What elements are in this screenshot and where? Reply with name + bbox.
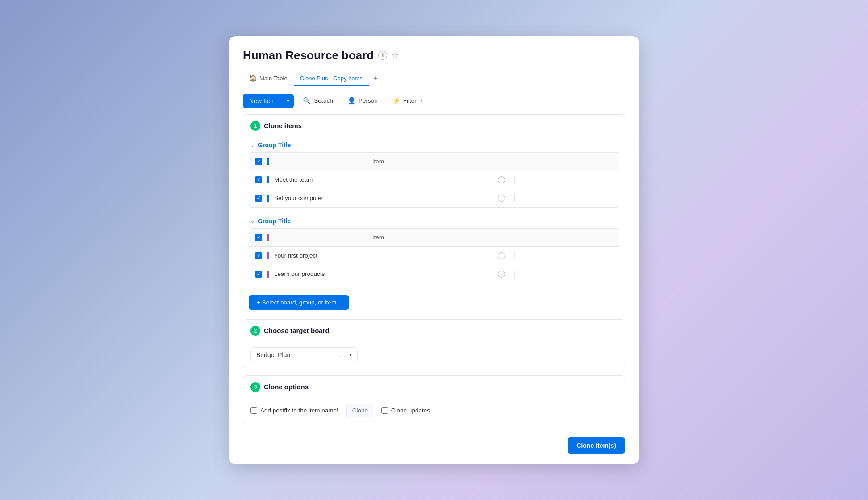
group1-table: Item Meet the team <box>249 152 619 208</box>
step3-badge: 3 <box>250 382 260 392</box>
target-board-dropdown-dots: . . <box>339 351 346 358</box>
group1-header-check <box>249 158 269 165</box>
table-row: Meet the team <box>249 171 619 189</box>
target-board-row: Budget Plan . . ▾ <box>243 342 625 368</box>
group2-row1-checkbox[interactable] <box>255 252 262 259</box>
clone-updates-checkbox[interactable] <box>381 407 388 414</box>
group2-check-all[interactable] <box>255 234 262 241</box>
tab-main-table[interactable]: 🏠 Main Table <box>243 71 294 86</box>
search-icon: 🔍 <box>303 97 311 105</box>
chevron-down-icon: ▾ <box>349 352 352 358</box>
table-row: Learn our products <box>249 265 619 283</box>
group2-table: Item Your first project <box>249 228 619 283</box>
clone-options-row: Add postfix to the item name! Clone upda… <box>243 398 625 423</box>
group2-title: Group Title <box>258 217 291 225</box>
target-board-section: 2 Choose target board Budget Plan . . ▾ <box>243 319 625 368</box>
target-board-dropdown-label: Budget Plan <box>256 351 336 358</box>
person-label: Person <box>359 97 378 104</box>
group2-container: ⌄ Group Title Item <box>243 213 625 289</box>
search-label: Search <box>314 97 333 104</box>
clone-input-group <box>346 404 373 417</box>
group1-row2-item: Set your computer <box>269 189 488 207</box>
group2-row1-item: Your first project <box>269 247 488 265</box>
step2-badge: 2 <box>250 326 260 336</box>
card-header: Human Resource board ℹ ☆ 🏠 Main Table Cl… <box>229 36 639 88</box>
tab-clone-plus[interactable]: Clone Plus - Copy Items <box>294 71 369 86</box>
group1-row1-item: Meet the team <box>269 171 488 189</box>
group2-row2-item: Learn our products <box>269 265 488 283</box>
group1-row2-radio-circle[interactable] <box>498 195 505 202</box>
group2-row1-radio[interactable] <box>488 252 515 259</box>
content-area: 1 Clone items ⌄ Group Title Item <box>229 114 639 423</box>
clone-items-button[interactable]: Clone item(s) <box>568 438 625 454</box>
postfix-label: Add postfix to the item name! <box>260 407 338 414</box>
group1-row2-check-cell <box>249 195 269 202</box>
new-item-arrow[interactable]: ▾ <box>282 94 294 108</box>
star-icon[interactable]: ☆ <box>392 50 399 60</box>
group2-row1-radio-circle[interactable] <box>498 252 505 259</box>
group1-header-item: Item <box>269 153 488 171</box>
filter-arrow: ▾ <box>420 98 423 104</box>
table-row: Your first project <box>249 247 619 265</box>
clone-text-input[interactable] <box>346 404 373 417</box>
new-item-label: New Item <box>243 94 282 108</box>
person-icon: 👤 <box>347 97 356 105</box>
clone-options-header: 3 Clone options <box>243 376 625 398</box>
filter-button[interactable]: ⚡ Filter ▾ <box>387 94 428 108</box>
search-button[interactable]: 🔍 Search <box>297 94 338 108</box>
group1-row1-radio[interactable] <box>488 176 515 183</box>
target-board-title: Choose target board <box>264 327 330 334</box>
filter-icon: ⚡ <box>392 97 401 105</box>
postfix-checkbox[interactable] <box>250 407 257 414</box>
group1-header-row: Item <box>249 153 619 171</box>
step1-badge: 1 <box>250 121 260 131</box>
group1-title-row[interactable]: ⌄ Group Title <box>249 137 619 152</box>
group2-title-row[interactable]: ⌄ Group Title <box>249 213 619 228</box>
tab-clone-plus-label: Clone Plus - Copy Items <box>300 75 363 82</box>
group2-row2-radio-circle[interactable] <box>498 271 505 278</box>
tab-add-button[interactable]: + <box>369 71 383 87</box>
clone-options-title: Clone options <box>264 383 309 391</box>
target-board-dropdown[interactable]: Budget Plan . . ▾ <box>250 347 358 362</box>
main-card: Human Resource board ℹ ☆ 🏠 Main Table Cl… <box>229 36 639 464</box>
toolbar: New Item ▾ 🔍 Search 👤 Person ⚡ Filter ▾ <box>229 88 639 114</box>
info-icon[interactable]: ℹ <box>378 51 387 60</box>
group1-container: ⌄ Group Title Item <box>243 137 625 213</box>
clone-updates-label: Clone updates <box>391 407 430 414</box>
footer: Clone item(s) <box>229 430 639 454</box>
tabs-row: 🏠 Main Table Clone Plus - Copy Items + <box>243 71 625 88</box>
new-item-button[interactable]: New Item ▾ <box>243 94 294 108</box>
tab-main-table-label: Main Table <box>259 75 288 82</box>
target-board-header: 2 Choose target board <box>243 320 625 342</box>
board-title-row: Human Resource board ℹ ☆ <box>243 49 625 62</box>
clone-items-section: 1 Clone items ⌄ Group Title Item <box>243 114 625 312</box>
group1-row2-checkbox[interactable] <box>255 195 262 202</box>
group1-chevron: ⌄ <box>250 142 255 148</box>
postfix-option[interactable]: Add postfix to the item name! <box>250 407 338 414</box>
group1-row1-checkbox[interactable] <box>255 176 262 183</box>
group2-row1-check-cell <box>249 252 269 259</box>
group2-chevron: ⌄ <box>250 218 255 224</box>
table-row: Set your computer <box>249 189 619 207</box>
group2-header-row: Item <box>249 229 619 247</box>
clone-items-header: 1 Clone items <box>243 115 625 137</box>
clone-options-section: 3 Clone options Add postfix to the item … <box>243 375 625 423</box>
group2-row2-radio[interactable] <box>488 271 515 278</box>
group1-check-all[interactable] <box>255 158 262 165</box>
clone-updates-option[interactable]: Clone updates <box>381 407 430 414</box>
group1-row2-radio[interactable] <box>488 195 515 202</box>
group2-header-check <box>249 234 269 241</box>
group1-title: Group Title <box>258 142 291 149</box>
person-button[interactable]: 👤 Person <box>342 94 383 108</box>
clone-items-title: Clone items <box>264 122 302 129</box>
group2-header-item: Item <box>269 229 488 246</box>
group2-row2-check-cell <box>249 271 269 278</box>
group1-row1-radio-circle[interactable] <box>498 176 505 183</box>
group1-row1-check-cell <box>249 176 269 183</box>
select-board-group-item-button[interactable]: + Select board, group, or item... <box>249 295 349 310</box>
board-title: Human Resource board <box>243 49 374 62</box>
home-icon: 🏠 <box>249 75 257 82</box>
filter-label: Filter <box>403 97 417 104</box>
group2-row2-checkbox[interactable] <box>255 271 262 278</box>
